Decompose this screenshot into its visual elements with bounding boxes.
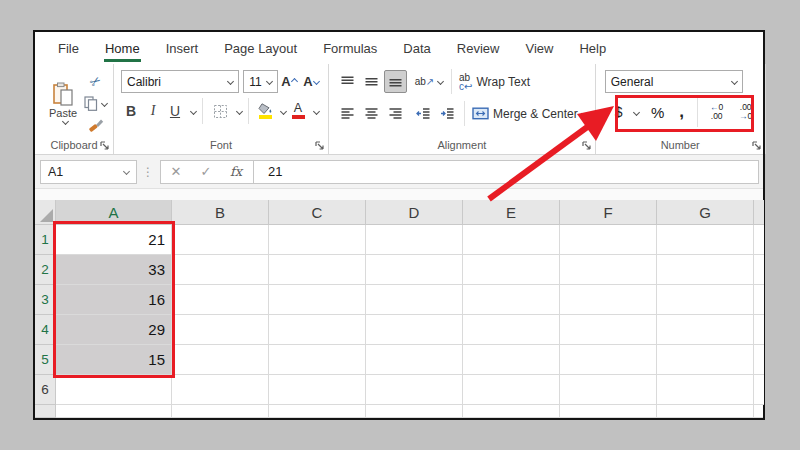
decrease-indent-button[interactable] [412, 102, 435, 125]
cell-D6[interactable] [366, 375, 463, 405]
number-dialog-launcher-icon[interactable] [751, 140, 762, 151]
tab-insert[interactable]: Insert [153, 32, 212, 64]
cell-B4[interactable] [172, 315, 269, 345]
decrease-font-size-button[interactable]: A [300, 71, 322, 93]
chevron-down-icon[interactable] [313, 107, 320, 114]
cell-E5[interactable] [463, 345, 560, 375]
align-center-button[interactable] [360, 102, 383, 125]
cell-D2[interactable] [366, 255, 463, 285]
wrap-text-button[interactable]: ab c↩ Wrap Text [457, 73, 532, 91]
row-header-6[interactable]: 6 [35, 375, 56, 405]
cell-E6[interactable] [463, 375, 560, 405]
cut-button[interactable]: ✂ [84, 71, 107, 91]
row-header-2[interactable]: 2 [35, 255, 56, 285]
font-size-combobox[interactable]: 11 [243, 70, 278, 93]
cell-C4[interactable] [269, 315, 366, 345]
decrease-decimal-button[interactable]: .00 →0 [733, 103, 759, 122]
italic-button[interactable]: I [143, 100, 163, 122]
align-right-button[interactable] [384, 102, 407, 125]
cell-G3[interactable] [657, 285, 754, 315]
format-painter-button[interactable] [84, 115, 107, 135]
accounting-format-button[interactable]: $ [607, 100, 631, 124]
enter-button[interactable]: ✓ [191, 164, 221, 179]
cell-A6[interactable] [56, 375, 172, 405]
merge-center-button[interactable]: Merge & Center [470, 107, 589, 121]
formula-bar-grip[interactable]: ⋮ [137, 165, 160, 179]
cell-G5[interactable] [657, 345, 754, 375]
tab-page-layout[interactable]: Page Layout [211, 32, 310, 64]
paste-button[interactable]: Paste [42, 67, 84, 136]
cell-F5[interactable] [560, 345, 657, 375]
cell-C1[interactable] [269, 225, 366, 255]
row-header-3[interactable]: 3 [35, 285, 56, 315]
copy-button[interactable] [84, 93, 107, 113]
cell-D4[interactable] [366, 315, 463, 345]
cell-A5[interactable]: 15 [56, 345, 172, 375]
chevron-down-icon[interactable] [190, 107, 197, 114]
orientation-button[interactable]: ab↗ [412, 70, 446, 93]
bold-button[interactable]: B [121, 100, 141, 122]
column-header-D[interactable]: D [366, 200, 463, 225]
borders-button[interactable] [209, 100, 231, 122]
row-header-4[interactable]: 4 [35, 315, 56, 345]
fill-color-button[interactable] [255, 100, 275, 122]
tab-view[interactable]: View [512, 32, 566, 64]
cell-C3[interactable] [269, 285, 366, 315]
clipboard-dialog-launcher-icon[interactable] [99, 140, 110, 151]
tab-review[interactable]: Review [444, 32, 513, 64]
alignment-dialog-launcher-icon[interactable] [581, 140, 592, 151]
tab-data[interactable]: Data [390, 32, 443, 64]
underline-button[interactable]: U [165, 100, 185, 122]
cell-E3[interactable] [463, 285, 560, 315]
percent-style-button[interactable]: % [646, 100, 670, 124]
cell-G6[interactable] [657, 375, 754, 405]
cell-B6[interactable] [172, 375, 269, 405]
tab-formulas[interactable]: Formulas [310, 32, 390, 64]
column-header-F[interactable]: F [560, 200, 657, 225]
cell-E1[interactable] [463, 225, 560, 255]
cell-G2[interactable] [657, 255, 754, 285]
cell-G4[interactable] [657, 315, 754, 345]
formula-input[interactable]: 21 [254, 164, 758, 179]
cancel-button[interactable]: ✕ [161, 164, 191, 179]
cell-F1[interactable] [560, 225, 657, 255]
cell-C2[interactable] [269, 255, 366, 285]
chevron-down-icon[interactable] [236, 107, 243, 114]
increase-font-size-button[interactable]: A [278, 71, 300, 93]
tab-file[interactable]: File [45, 32, 92, 64]
column-header-C[interactable]: C [269, 200, 366, 225]
cell-A1[interactable]: 21 [56, 225, 172, 255]
cell-C5[interactable] [269, 345, 366, 375]
cell-F4[interactable] [560, 315, 657, 345]
cell-E4[interactable] [463, 315, 560, 345]
cell-D3[interactable] [366, 285, 463, 315]
cell-A4[interactable]: 29 [56, 315, 172, 345]
cell-F6[interactable] [560, 375, 657, 405]
tab-help[interactable]: Help [566, 32, 619, 64]
cell-A2[interactable]: 33 [56, 255, 172, 285]
increase-decimal-button[interactable]: ←0 .00 [704, 103, 730, 122]
row-header-1[interactable]: 1 [35, 225, 56, 255]
cell-A3[interactable]: 16 [56, 285, 172, 315]
cell-B3[interactable] [172, 285, 269, 315]
cell-D5[interactable] [366, 345, 463, 375]
font-dialog-launcher-icon[interactable] [314, 140, 325, 151]
cell-D1[interactable] [366, 225, 463, 255]
font-color-button[interactable]: A [288, 100, 308, 122]
chevron-down-icon[interactable] [633, 108, 640, 115]
increase-indent-button[interactable] [436, 102, 459, 125]
cell-E2[interactable] [463, 255, 560, 285]
cell-G1[interactable] [657, 225, 754, 255]
cell-B1[interactable] [172, 225, 269, 255]
cell-F3[interactable] [560, 285, 657, 315]
tab-home[interactable]: Home [92, 32, 153, 64]
align-left-button[interactable] [336, 102, 359, 125]
cell-B2[interactable] [172, 255, 269, 285]
insert-function-button[interactable]: fx [221, 164, 251, 179]
comma-style-button[interactable]: , [673, 100, 691, 124]
row-header-5[interactable]: 5 [35, 345, 56, 375]
cell-F2[interactable] [560, 255, 657, 285]
cell-B5[interactable] [172, 345, 269, 375]
number-format-combobox[interactable]: General [605, 70, 743, 93]
bottom-align-button[interactable] [384, 70, 407, 93]
